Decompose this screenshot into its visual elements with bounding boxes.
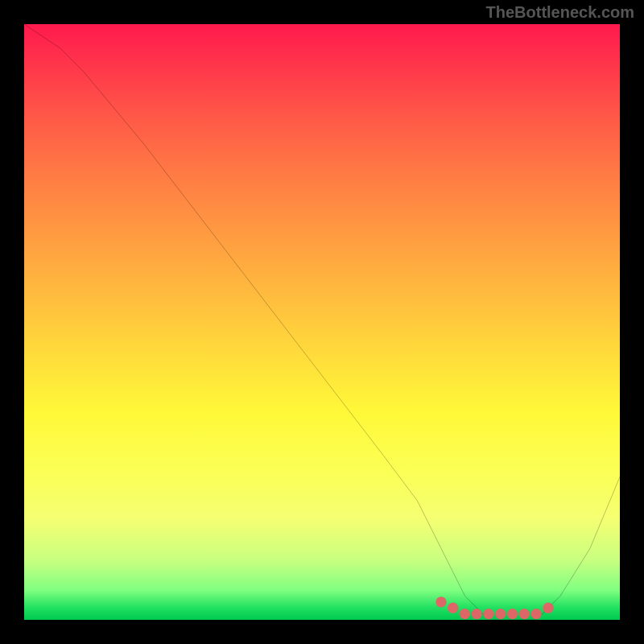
bottleneck-curve [24, 24, 620, 620]
optimal-point [507, 609, 518, 619]
optimal-point [543, 603, 554, 613]
optimal-point [448, 603, 458, 613]
chart-plot-area [24, 24, 620, 620]
optimal-point [460, 609, 470, 619]
attribution-text: TheBottleneck.com [486, 3, 634, 22]
optimal-point [436, 597, 446, 607]
optimal-point [531, 609, 542, 619]
optimal-point [495, 609, 506, 619]
optimal-range-markers [24, 24, 620, 620]
optimal-point [472, 609, 482, 619]
optimal-point [519, 609, 530, 619]
optimal-point [484, 609, 494, 619]
